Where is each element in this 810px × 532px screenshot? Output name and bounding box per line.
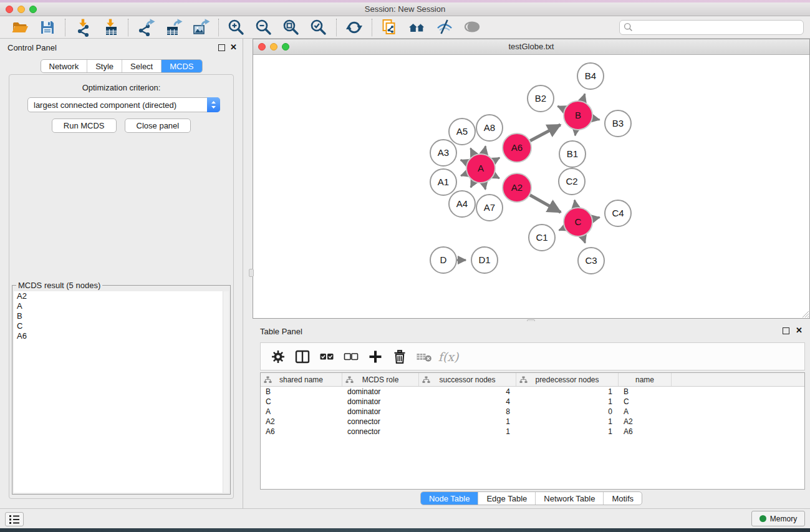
first-neighbors-button[interactable] (403, 17, 431, 37)
settings-icon (270, 349, 286, 365)
close-table-panel-icon[interactable]: ✕ (796, 326, 803, 335)
table-cell: A (619, 407, 672, 417)
tab-select[interactable]: Select (122, 60, 161, 72)
network-canvas[interactable]: B4B2BB3A8A5A6A3B1AC2A1A2A4A7C4CC1C3DD1 (253, 55, 809, 318)
graph-edge-A-A5 (471, 148, 475, 155)
network-window-titlebar: testGlobe.txt (253, 39, 809, 55)
table-row[interactable]: Adominator80A (261, 407, 804, 417)
mcds-result-item[interactable]: A2 (14, 291, 229, 301)
hide-selected-button[interactable] (431, 17, 458, 37)
table-header-row: shared nameMCDS rolesuccessor nodesprede… (261, 373, 804, 387)
float-table-panel-icon[interactable] (783, 327, 789, 334)
graph-edge-C-C1 (559, 228, 564, 230)
show-all-button[interactable] (458, 17, 486, 37)
mcds-result-item[interactable]: B (14, 311, 229, 321)
export-image-button[interactable] (187, 17, 215, 37)
result-scrollbar[interactable] (223, 291, 229, 493)
graph-node-A4[interactable]: A4 (449, 191, 475, 217)
mcds-result-item[interactable]: A6 (14, 331, 229, 341)
graph-node-B[interactable]: B (564, 101, 592, 130)
vertical-splitter-grip[interactable] (249, 269, 254, 277)
save-session-button[interactable] (34, 17, 61, 37)
graph-node-C2[interactable]: C2 (559, 168, 585, 195)
tab-style[interactable]: Style (87, 60, 122, 72)
control-panel: Control Panel ✕ NetworkStyleSelectMCDS O… (0, 39, 243, 508)
tab-node-table[interactable]: Node Table (421, 492, 478, 505)
new-network-from-selection-button[interactable] (376, 17, 403, 37)
delete-table-button (414, 347, 434, 367)
graph-node-A8[interactable]: A8 (476, 115, 503, 141)
tab-motifs[interactable]: Motifs (603, 492, 642, 505)
graph-node-A5[interactable]: A5 (449, 118, 475, 145)
graph-node-A6[interactable]: A6 (503, 133, 531, 162)
zoom-out-icon (254, 18, 273, 37)
node-label: A2 (511, 182, 523, 193)
graph-node-A7[interactable]: A7 (476, 195, 503, 221)
graph-node-B1[interactable]: B1 (559, 141, 586, 167)
run-mcds-button[interactable]: Run MCDS (52, 118, 117, 133)
export-table-button[interactable] (160, 17, 187, 37)
column-header-shared-name[interactable]: shared name (261, 373, 342, 386)
mcds-result-item[interactable]: A (14, 301, 229, 311)
add-button[interactable] (365, 347, 385, 367)
open-session-button[interactable] (6, 17, 34, 37)
graph-node-C3[interactable]: C3 (578, 248, 604, 274)
settings-button[interactable] (268, 347, 288, 367)
import-network-button[interactable] (69, 17, 97, 37)
search-field[interactable] (619, 20, 804, 35)
search-input[interactable] (635, 23, 799, 32)
zoom-out-button[interactable] (250, 17, 277, 37)
refresh-button[interactable] (340, 17, 368, 37)
graph-node-A2[interactable]: A2 (503, 173, 531, 202)
zoom-in-button[interactable] (223, 17, 250, 37)
tab-network[interactable]: Network (41, 60, 87, 72)
deselect-all-button[interactable] (341, 347, 361, 367)
columns-button[interactable] (292, 347, 312, 367)
graph-node-A3[interactable]: A3 (430, 140, 456, 166)
delete-table-icon (416, 349, 432, 365)
show-panels-button[interactable] (5, 512, 24, 526)
table-cell: connector (342, 417, 419, 427)
graph-node-D[interactable]: D (430, 247, 456, 273)
close-panel-button[interactable]: Close panel (125, 118, 191, 133)
table-row[interactable]: Cdominator41C (261, 397, 804, 407)
float-panel-icon[interactable] (218, 44, 225, 51)
graph-node-C4[interactable]: C4 (605, 200, 631, 226)
node-label: D1 (478, 254, 490, 265)
mcds-result-item[interactable]: C (14, 321, 229, 331)
graph-node-B2[interactable]: B2 (528, 85, 554, 112)
graph-node-B3[interactable]: B3 (605, 110, 631, 137)
tab-network-table[interactable]: Network Table (535, 492, 603, 505)
export-network-button[interactable] (132, 17, 160, 37)
graph-node-C[interactable]: C (564, 208, 592, 236)
graph-node-A1[interactable]: A1 (430, 169, 456, 195)
table-row[interactable]: Bdominator41B (261, 387, 804, 397)
node-label: B2 (535, 93, 546, 104)
toolbar-separator (65, 19, 65, 36)
column-header-MCDS-role[interactable]: MCDS role (342, 373, 419, 386)
select-all-button[interactable] (317, 347, 337, 367)
optimization-criterion-select[interactable]: largest connected component (directed) (27, 97, 220, 112)
import-table-button[interactable] (97, 17, 124, 37)
table-row[interactable]: A6connector11A6 (261, 427, 804, 437)
zoom-fit-button[interactable] (277, 17, 305, 37)
tab-edge-table[interactable]: Edge Table (478, 492, 535, 505)
graph-node-B4[interactable]: B4 (577, 63, 604, 89)
resize-handle-icon[interactable] (801, 309, 809, 317)
close-panel-icon[interactable]: ✕ (230, 42, 237, 52)
column-header-successor-nodes[interactable]: successor nodes (419, 373, 516, 386)
open-session-icon (11, 18, 29, 37)
table-row[interactable]: A2connector11A2 (261, 417, 804, 427)
graph-node-D1[interactable]: D1 (471, 247, 498, 273)
node-label: C4 (612, 208, 624, 218)
column-header-predecessor-nodes[interactable]: predecessor nodes (516, 373, 619, 386)
delete-button[interactable] (390, 347, 410, 367)
optimization-criterion-label: Optimization criterion: (9, 83, 233, 92)
graph-node-A[interactable]: A (466, 154, 495, 183)
column-header-name[interactable]: name (619, 373, 672, 386)
zoom-selected-button[interactable] (305, 17, 332, 37)
memory-button[interactable]: Memory (751, 511, 805, 526)
tab-mcds[interactable]: MCDS (161, 60, 201, 72)
graph-node-C1[interactable]: C1 (529, 225, 555, 251)
table-cell: A (261, 407, 342, 417)
